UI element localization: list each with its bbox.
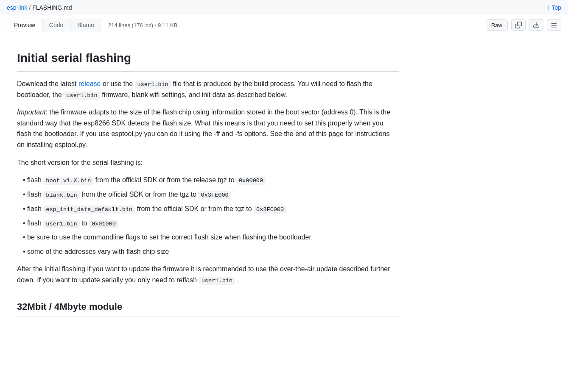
top-link[interactable]: ↑ Top (547, 4, 561, 11)
list-item: some of the addresses vary with flash ch… (27, 246, 399, 257)
li2-code2: 0x3FE000 (198, 191, 231, 199)
copy-icon (515, 22, 522, 28)
top-arrow-icon: ↑ (547, 4, 550, 11)
li1-code2: 0x00000 (236, 177, 266, 185)
top-label: Top (551, 4, 561, 11)
list-item: flash esp_init_data_default.bin from the… (27, 203, 399, 214)
p2-em: Important (17, 108, 46, 116)
list-item: flash user1.bin to 0x01000 (27, 218, 399, 229)
main-content: Initial serial flashing Download the lat… (0, 35, 416, 336)
p1-text-after-link: or use the (101, 80, 134, 87)
h1-title: Initial serial flashing (17, 49, 399, 72)
paragraph-4: After the initial flashing if you want t… (17, 264, 399, 285)
repo-link[interactable]: esp-link (7, 4, 27, 11)
paragraph-1: Download the latest release or use the u… (17, 78, 399, 100)
menu-icon (551, 22, 557, 28)
release-link[interactable]: release (78, 80, 101, 87)
raw-button[interactable]: Raw (486, 19, 508, 31)
list-item: flash boot_v1.X.bin from the official SD… (27, 175, 399, 186)
paragraph-3: The short version for the serial flashin… (17, 157, 399, 168)
li3-code2: 0x3FC000 (254, 206, 286, 214)
list-item: be sure to use the commandline flags to … (27, 232, 399, 243)
p4-code: user1.bin (199, 277, 235, 285)
breadcrumb-filename: FLASHING.md (32, 4, 72, 11)
file-meta: 214 lines (176 loc) · 9.11 KB (108, 22, 177, 28)
copy-button[interactable] (511, 19, 526, 31)
tab-code[interactable]: Code (42, 19, 70, 31)
li2-middle: from the official SDK or from the tgz to (80, 191, 199, 198)
p1-code2: user1.bin (64, 92, 100, 100)
file-header: Preview Code Blame 214 lines (176 loc) ·… (0, 15, 568, 35)
h2-title: 32Mbit / 4Mbyte module (17, 299, 399, 317)
p2-text: : the firmware adapts to the size of the… (17, 108, 390, 148)
bullet-list: flash boot_v1.X.bin from the official SD… (27, 175, 399, 257)
top-bar: esp-link / FLASHING.md ↑ Top (0, 0, 568, 15)
li4-code2: 0x01000 (89, 220, 118, 228)
menu-button[interactable] (547, 19, 561, 31)
header-actions: Raw (486, 19, 561, 31)
list-item: flash blank.bin from the official SDK or… (27, 189, 399, 200)
li1-middle: from the official SDK or from the releas… (93, 176, 236, 183)
p1-text-after-code2: firmware, blank wifi settings, and init … (100, 91, 287, 98)
li4-code1: user1.bin (43, 220, 79, 228)
li2-prefix: flash (27, 191, 43, 198)
download-button[interactable] (529, 19, 543, 31)
li3-middle: from the official SDK or from the tgz to (135, 205, 254, 212)
li3-prefix: flash (27, 205, 43, 212)
li3-code1: esp_init_data_default.bin (43, 206, 135, 214)
tab-preview[interactable]: Preview (7, 19, 42, 31)
p4-text-after: . (235, 276, 239, 284)
breadcrumb: esp-link / FLASHING.md (7, 4, 72, 11)
download-icon (533, 22, 540, 28)
p1-text-before: Download the latest (17, 80, 78, 87)
tab-blame[interactable]: Blame (70, 19, 101, 31)
breadcrumb-separator: / (29, 4, 31, 11)
p1-code1: user1.bin (135, 81, 171, 89)
li4-prefix: flash (27, 220, 43, 227)
li1-code1: boot_v1.X.bin (43, 177, 93, 185)
paragraph-2: Important: the firmware adapts to the si… (17, 107, 399, 150)
li1-prefix: flash (27, 176, 43, 183)
tab-group: Preview Code Blame (7, 19, 101, 31)
li2-code1: blank.bin (43, 191, 79, 199)
li4-middle: to (80, 220, 89, 227)
